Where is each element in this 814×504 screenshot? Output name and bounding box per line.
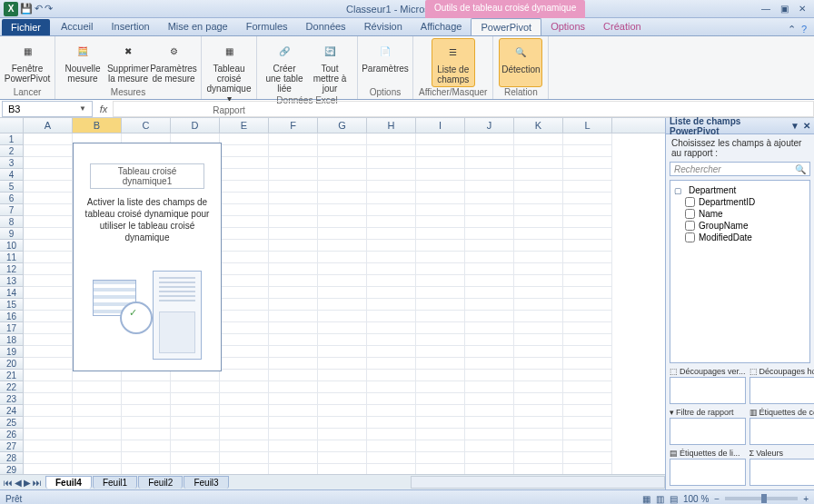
cell[interactable] (367, 169, 416, 181)
cell[interactable] (563, 452, 612, 464)
cell[interactable] (269, 181, 318, 193)
col-header-C[interactable]: C (122, 118, 171, 133)
cell[interactable] (318, 145, 367, 157)
cell[interactable] (563, 405, 612, 417)
cell[interactable] (171, 452, 220, 464)
cell[interactable] (563, 311, 612, 322)
cell[interactable] (563, 358, 612, 370)
row-header[interactable]: 2 (0, 145, 24, 157)
pivot-placeholder[interactable]: Tableau croisé dynamique1 Activer la lis… (73, 143, 222, 371)
cell[interactable] (367, 263, 416, 275)
cell[interactable] (318, 417, 367, 429)
cell[interactable] (465, 299, 514, 311)
cell[interactable] (24, 322, 73, 334)
cell[interactable] (122, 405, 171, 417)
cell[interactable] (416, 299, 465, 311)
cell[interactable] (73, 452, 122, 464)
cell[interactable] (24, 169, 73, 181)
cell[interactable] (220, 216, 269, 228)
cell[interactable] (24, 429, 73, 440)
fx-icon[interactable]: fx (94, 104, 113, 114)
col-header-H[interactable]: H (367, 118, 416, 133)
cell[interactable] (318, 322, 367, 334)
cell[interactable] (563, 393, 612, 405)
tree-field-name[interactable]: Name (674, 208, 806, 220)
sheet-tab-feuil1[interactable]: Feuil1 (93, 476, 137, 489)
cell[interactable] (367, 417, 416, 429)
cell[interactable] (318, 133, 367, 145)
cell[interactable] (269, 358, 318, 370)
col-header-G[interactable]: G (318, 118, 367, 133)
dropzone-box[interactable] (670, 418, 746, 445)
cell[interactable] (220, 287, 269, 299)
row-header[interactable]: 14 (0, 287, 24, 299)
dropzone[interactable]: ▤ Étiquettes de li... (670, 449, 746, 486)
cell[interactable] (465, 311, 514, 322)
tab-accueil[interactable]: Accueil (52, 18, 102, 35)
dropzone[interactable]: Σ Valeurs (749, 449, 814, 486)
cell[interactable] (416, 204, 465, 216)
cell[interactable] (24, 275, 73, 287)
ribbon-btn-settings[interactable]: 📄Paramètres (363, 38, 407, 87)
cell[interactable] (465, 204, 514, 216)
view-layout-icon[interactable]: ▥ (656, 494, 664, 504)
row-header[interactable]: 26 (0, 429, 24, 440)
cell[interactable] (220, 370, 269, 381)
cell[interactable] (563, 417, 612, 429)
cell[interactable] (465, 193, 514, 204)
cell[interactable] (220, 393, 269, 405)
select-all-corner[interactable] (0, 118, 24, 133)
cell[interactable] (563, 157, 612, 169)
row-header[interactable]: 20 (0, 358, 24, 370)
cell[interactable] (269, 452, 318, 464)
cell[interactable] (24, 417, 73, 429)
cell[interactable] (367, 228, 416, 240)
zoom-slider[interactable] (725, 497, 798, 500)
row-header[interactable]: 15 (0, 299, 24, 311)
cell[interactable] (269, 145, 318, 157)
row-header[interactable]: 1 (0, 133, 24, 145)
cell[interactable] (24, 216, 73, 228)
last-sheet-icon[interactable]: ⏭ (33, 478, 42, 488)
cell[interactable] (416, 287, 465, 299)
cell[interactable] (269, 287, 318, 299)
cell[interactable] (563, 440, 612, 452)
cell[interactable] (367, 452, 416, 464)
cell[interactable] (122, 417, 171, 429)
row-header[interactable]: 4 (0, 169, 24, 181)
dropzone-box[interactable] (749, 377, 814, 404)
cell[interactable] (24, 145, 73, 157)
cell[interactable] (269, 216, 318, 228)
cell[interactable] (24, 405, 73, 417)
sheet-tab-feuil3[interactable]: Feuil3 (184, 476, 228, 489)
cell[interactable] (514, 169, 563, 181)
cell[interactable] (465, 252, 514, 263)
col-header-K[interactable]: K (514, 118, 563, 133)
cell[interactable] (367, 252, 416, 263)
dropzone-box[interactable] (749, 418, 814, 445)
cell[interactable] (465, 358, 514, 370)
cell[interactable] (122, 429, 171, 440)
cell[interactable] (416, 429, 465, 440)
ribbon-btn-refresh[interactable]: 🔄Tout mettre à jour (308, 38, 352, 95)
cell[interactable] (563, 322, 612, 334)
cell[interactable] (416, 417, 465, 429)
cell[interactable] (367, 334, 416, 346)
pane-header[interactable]: Liste de champs PowerPivot ▼✕ (666, 118, 814, 134)
cell[interactable] (220, 381, 269, 393)
cell[interactable] (220, 228, 269, 240)
cell[interactable] (514, 381, 563, 393)
cell[interactable] (465, 228, 514, 240)
tab-mise en page[interactable]: Mise en page (159, 18, 237, 35)
cell[interactable] (367, 287, 416, 299)
dropzone[interactable]: ▾ Filtre de rapport (670, 408, 746, 445)
cell[interactable] (367, 311, 416, 322)
cell[interactable] (563, 169, 612, 181)
dropzone-box[interactable] (749, 459, 814, 486)
cell[interactable] (220, 334, 269, 346)
cell[interactable] (171, 393, 220, 405)
cell[interactable] (465, 440, 514, 452)
tab-création[interactable]: Création (594, 18, 650, 35)
cell[interactable] (563, 370, 612, 381)
row-header[interactable]: 6 (0, 193, 24, 204)
